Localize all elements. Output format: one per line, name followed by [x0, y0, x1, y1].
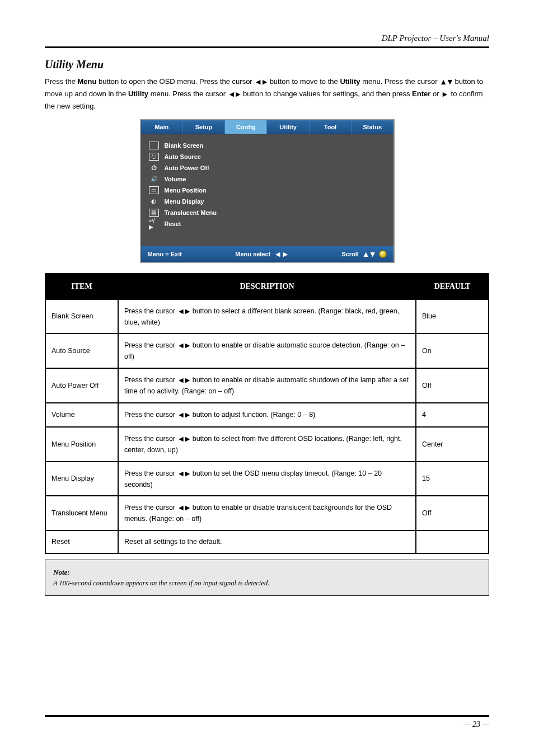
- col-item: ITEM: [45, 274, 118, 299]
- table-row: Translucent MenuPress the cursor ◄► butt…: [45, 496, 489, 530]
- cell-default: Off: [416, 496, 489, 530]
- utility-bold: Utility: [128, 90, 148, 98]
- cell-description: Press the cursor ◄► button to enable or …: [118, 368, 416, 403]
- left-right-arrow-icon: ◄►: [228, 88, 241, 100]
- osd-body: Blank Screen ⭮Auto Source ⏻Auto Power Of…: [141, 134, 394, 246]
- menu-bold: Menu: [78, 77, 97, 86]
- left-right-arrow-icon: ◄►: [177, 306, 190, 317]
- table-row: ResetReset all settings to the default.: [45, 530, 489, 553]
- left-right-arrow-icon: ◄►: [177, 502, 190, 514]
- footer-rule: [45, 715, 489, 717]
- osd-item: ▤Translucent Menu: [149, 207, 386, 218]
- left-right-arrow-icon: ◄ ►: [274, 250, 288, 259]
- osd-item: 🔊Volume: [149, 173, 386, 185]
- bulb-icon: [379, 250, 387, 258]
- auto-source-icon: ⭮: [149, 153, 159, 161]
- desc-text: Press the cursor: [124, 411, 177, 419]
- up-down-arrow-icon: ▲▼: [362, 250, 376, 259]
- osd-footer-select: Menu select: [235, 251, 270, 257]
- section-title: Utility Menu: [45, 58, 489, 71]
- osd-item: ⏻Auto Power Off: [149, 162, 386, 173]
- cell-item: Menu Display: [45, 462, 118, 496]
- cell-default: 15: [416, 462, 489, 496]
- enter-bold: Enter: [412, 90, 430, 98]
- left-right-arrow-icon: ◄►: [254, 76, 268, 88]
- page-footer: — 23 —: [45, 715, 489, 729]
- left-right-arrow-icon: ◄►: [177, 340, 190, 351]
- right-arrow-icon: ►: [441, 88, 449, 100]
- table-row: Blank ScreenPress the cursor ◄► button t…: [45, 299, 489, 334]
- reset-icon: ↵/▶: [149, 220, 159, 228]
- note-body: A 100-second countdown appears on the sc…: [53, 579, 481, 588]
- osd-item: ↵/▶Reset: [149, 218, 386, 229]
- osd-footer-scroll: Scroll: [341, 251, 359, 257]
- cell-item: Volume: [45, 403, 118, 427]
- blank-screen-icon: [149, 142, 159, 149]
- cell-item: Translucent Menu: [45, 496, 118, 530]
- intro-text: button to open the OSD menu. Press the c…: [96, 77, 254, 86]
- osd-item: ◐Menu Display: [149, 196, 386, 207]
- osd-item-label: Menu Display: [165, 198, 204, 205]
- osd-item-label: Volume: [165, 176, 186, 182]
- cell-description: Press the cursor ◄► button to set the OS…: [118, 462, 416, 496]
- osd-tab-utility: Utility: [267, 120, 309, 134]
- cell-default: [416, 530, 489, 553]
- cell-item: Auto Power Off: [45, 368, 118, 403]
- osd-footer: Menu = Exit Menu select◄ ► Scroll▲▼: [141, 246, 394, 262]
- left-right-arrow-icon: ◄►: [177, 374, 190, 386]
- cell-default: On: [416, 334, 489, 368]
- osd-item-label: Blank Screen: [165, 142, 204, 149]
- osd-item-label: Menu Position: [165, 187, 207, 194]
- osd-tab-setup: Setup: [183, 120, 225, 134]
- cell-item: Menu Position: [45, 427, 118, 462]
- cell-description: Press the cursor ◄► button to enable or …: [118, 334, 416, 368]
- osd-item-label: Auto Source: [165, 153, 201, 160]
- desc-text: Press the cursor: [124, 341, 177, 349]
- col-default: DEFAULT: [416, 274, 489, 299]
- up-down-arrow-icon: ▲▼: [439, 76, 453, 88]
- osd-item-label: Auto Power Off: [165, 165, 209, 171]
- menu-position-icon: ▭: [149, 186, 159, 194]
- intro-text: menu. Press the cursor: [360, 77, 440, 86]
- osd-item: ⭮Auto Source: [149, 151, 386, 162]
- desc-text: Press the cursor: [124, 504, 177, 511]
- settings-table: ITEM DESCRIPTION DEFAULT Blank ScreenPre…: [45, 273, 489, 554]
- osd-item: ▭Menu Position: [149, 185, 386, 196]
- volume-icon: 🔊: [149, 175, 159, 183]
- osd-item: Blank Screen: [149, 140, 386, 151]
- utility-bold: Utility: [340, 77, 360, 86]
- intro-paragraph: Press the Menu button to open the OSD me…: [45, 76, 489, 112]
- table-row: Menu DisplayPress the cursor ◄► button t…: [45, 462, 489, 496]
- cell-description: Reset all settings to the default.: [118, 530, 416, 553]
- desc-text: Press the cursor: [124, 469, 177, 477]
- intro-text: Press the: [45, 77, 78, 86]
- desc-text: Press the cursor: [124, 435, 177, 443]
- intro-text: menu. Press the cursor: [148, 90, 228, 98]
- cell-default: 4: [416, 403, 489, 427]
- cell-item: Reset: [45, 530, 118, 553]
- footer-page-number: — 23 —: [463, 720, 489, 729]
- header-rule: [45, 46, 489, 48]
- intro-text: button to move to the: [268, 77, 340, 86]
- table-row: Auto SourcePress the cursor ◄► button to…: [45, 334, 489, 368]
- cell-description: Press the cursor ◄► button to enable or …: [118, 496, 416, 530]
- osd-item-label: Translucent Menu: [165, 209, 217, 216]
- cell-default: Blue: [416, 299, 489, 334]
- translucent-menu-icon: ▤: [149, 209, 159, 217]
- header-right: DLP Projector – User's Manual: [45, 34, 489, 43]
- cell-description: Press the cursor ◄► button to adjust fun…: [118, 403, 416, 427]
- menu-display-icon: ◐: [149, 198, 159, 205]
- cell-item: Auto Source: [45, 334, 118, 368]
- cell-default: Center: [416, 427, 489, 462]
- desc-text: Press the cursor: [124, 376, 177, 384]
- table-row: Auto Power OffPress the cursor ◄► button…: [45, 368, 489, 403]
- table-row: Menu PositionPress the cursor ◄► button …: [45, 427, 489, 462]
- intro-text: button to change values for settings, an…: [241, 90, 412, 98]
- osd-tab-tool: Tool: [310, 120, 352, 134]
- intro-text: or: [430, 90, 441, 98]
- table-row: VolumePress the cursor ◄► button to adju…: [45, 403, 489, 427]
- desc-text: Press the cursor: [124, 307, 177, 314]
- note-title: Note:: [53, 568, 481, 577]
- desc-text: button to adjust function. (Range: 0 – 8…: [190, 411, 315, 419]
- left-right-arrow-icon: ◄►: [177, 409, 190, 421]
